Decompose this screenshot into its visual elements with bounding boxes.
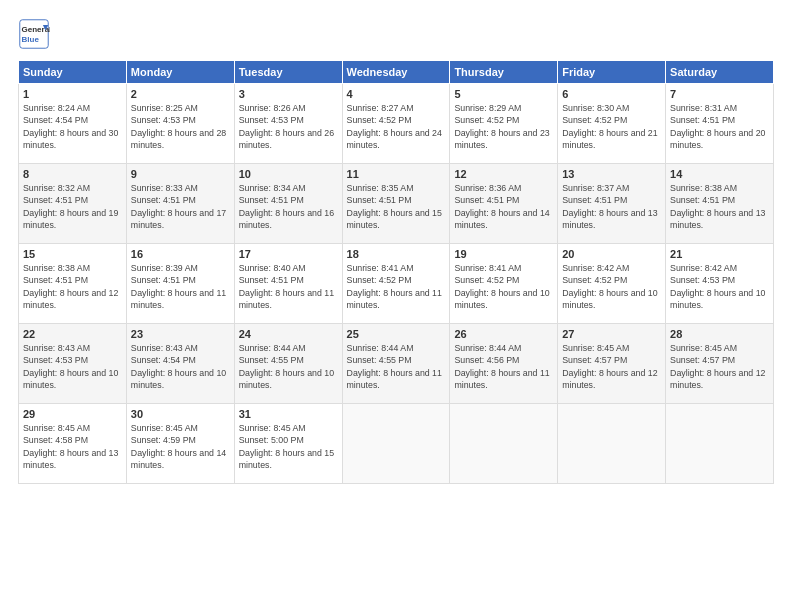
day-number: 30 bbox=[131, 408, 230, 420]
day-number: 2 bbox=[131, 88, 230, 100]
daylight-label: Daylight: 8 hours and 21 minutes. bbox=[562, 128, 657, 150]
sunset-text: Sunset: 5:00 PM bbox=[239, 435, 304, 445]
daylight-label: Daylight: 8 hours and 11 minutes. bbox=[347, 368, 442, 390]
daylight-label: Daylight: 8 hours and 12 minutes. bbox=[562, 368, 657, 390]
day-cell: 25Sunrise: 8:44 AMSunset: 4:55 PMDayligh… bbox=[342, 324, 450, 404]
sunset-text: Sunset: 4:56 PM bbox=[454, 355, 519, 365]
day-cell: 28Sunrise: 8:45 AMSunset: 4:57 PMDayligh… bbox=[666, 324, 774, 404]
day-info: Sunrise: 8:34 AMSunset: 4:51 PMDaylight:… bbox=[239, 182, 338, 231]
day-number: 15 bbox=[23, 248, 122, 260]
sunrise-text: Sunrise: 8:34 AM bbox=[239, 183, 306, 193]
sunrise-text: Sunrise: 8:45 AM bbox=[23, 423, 90, 433]
day-cell: 6Sunrise: 8:30 AMSunset: 4:52 PMDaylight… bbox=[558, 84, 666, 164]
sunrise-text: Sunrise: 8:26 AM bbox=[239, 103, 306, 113]
day-cell: 12Sunrise: 8:36 AMSunset: 4:51 PMDayligh… bbox=[450, 164, 558, 244]
sunset-text: Sunset: 4:52 PM bbox=[454, 115, 519, 125]
day-info: Sunrise: 8:40 AMSunset: 4:51 PMDaylight:… bbox=[239, 262, 338, 311]
sunrise-text: Sunrise: 8:33 AM bbox=[131, 183, 198, 193]
day-number: 11 bbox=[347, 168, 446, 180]
daylight-label: Daylight: 8 hours and 13 minutes. bbox=[23, 448, 118, 470]
day-cell: 24Sunrise: 8:44 AMSunset: 4:55 PMDayligh… bbox=[234, 324, 342, 404]
day-cell bbox=[666, 404, 774, 484]
day-number: 27 bbox=[562, 328, 661, 340]
day-cell: 11Sunrise: 8:35 AMSunset: 4:51 PMDayligh… bbox=[342, 164, 450, 244]
daylight-label: Daylight: 8 hours and 10 minutes. bbox=[23, 368, 118, 390]
daylight-label: Daylight: 8 hours and 14 minutes. bbox=[454, 208, 549, 230]
day-cell: 9Sunrise: 8:33 AMSunset: 4:51 PMDaylight… bbox=[126, 164, 234, 244]
daylight-label: Daylight: 8 hours and 10 minutes. bbox=[239, 368, 334, 390]
logo-icon: General Blue bbox=[18, 18, 50, 50]
day-info: Sunrise: 8:44 AMSunset: 4:55 PMDaylight:… bbox=[347, 342, 446, 391]
sunset-text: Sunset: 4:52 PM bbox=[454, 275, 519, 285]
day-cell: 14Sunrise: 8:38 AMSunset: 4:51 PMDayligh… bbox=[666, 164, 774, 244]
day-number: 5 bbox=[454, 88, 553, 100]
day-number: 18 bbox=[347, 248, 446, 260]
day-info: Sunrise: 8:43 AMSunset: 4:53 PMDaylight:… bbox=[23, 342, 122, 391]
sunset-text: Sunset: 4:54 PM bbox=[23, 115, 88, 125]
sunrise-text: Sunrise: 8:36 AM bbox=[454, 183, 521, 193]
sunset-text: Sunset: 4:53 PM bbox=[670, 275, 735, 285]
daylight-label: Daylight: 8 hours and 10 minutes. bbox=[670, 288, 765, 310]
day-info: Sunrise: 8:42 AMSunset: 4:53 PMDaylight:… bbox=[670, 262, 769, 311]
daylight-label: Daylight: 8 hours and 11 minutes. bbox=[239, 288, 334, 310]
day-info: Sunrise: 8:32 AMSunset: 4:51 PMDaylight:… bbox=[23, 182, 122, 231]
day-info: Sunrise: 8:27 AMSunset: 4:52 PMDaylight:… bbox=[347, 102, 446, 151]
header-cell-saturday: Saturday bbox=[666, 61, 774, 84]
daylight-label: Daylight: 8 hours and 11 minutes. bbox=[454, 368, 549, 390]
day-cell: 21Sunrise: 8:42 AMSunset: 4:53 PMDayligh… bbox=[666, 244, 774, 324]
day-number: 7 bbox=[670, 88, 769, 100]
day-cell: 29Sunrise: 8:45 AMSunset: 4:58 PMDayligh… bbox=[19, 404, 127, 484]
sunrise-text: Sunrise: 8:37 AM bbox=[562, 183, 629, 193]
day-cell: 10Sunrise: 8:34 AMSunset: 4:51 PMDayligh… bbox=[234, 164, 342, 244]
daylight-label: Daylight: 8 hours and 28 minutes. bbox=[131, 128, 226, 150]
sunrise-text: Sunrise: 8:43 AM bbox=[23, 343, 90, 353]
sunset-text: Sunset: 4:51 PM bbox=[239, 195, 304, 205]
page: General Blue SundayMondayTuesdayWednesda… bbox=[0, 0, 792, 612]
sunrise-text: Sunrise: 8:29 AM bbox=[454, 103, 521, 113]
day-number: 13 bbox=[562, 168, 661, 180]
sunset-text: Sunset: 4:53 PM bbox=[239, 115, 304, 125]
day-info: Sunrise: 8:45 AMSunset: 4:58 PMDaylight:… bbox=[23, 422, 122, 471]
day-info: Sunrise: 8:41 AMSunset: 4:52 PMDaylight:… bbox=[454, 262, 553, 311]
day-info: Sunrise: 8:29 AMSunset: 4:52 PMDaylight:… bbox=[454, 102, 553, 151]
sunset-text: Sunset: 4:51 PM bbox=[23, 275, 88, 285]
sunrise-text: Sunrise: 8:44 AM bbox=[239, 343, 306, 353]
day-cell: 26Sunrise: 8:44 AMSunset: 4:56 PMDayligh… bbox=[450, 324, 558, 404]
daylight-label: Daylight: 8 hours and 30 minutes. bbox=[23, 128, 118, 150]
day-info: Sunrise: 8:36 AMSunset: 4:51 PMDaylight:… bbox=[454, 182, 553, 231]
day-cell: 31Sunrise: 8:45 AMSunset: 5:00 PMDayligh… bbox=[234, 404, 342, 484]
day-cell bbox=[342, 404, 450, 484]
sunrise-text: Sunrise: 8:32 AM bbox=[23, 183, 90, 193]
day-cell: 2Sunrise: 8:25 AMSunset: 4:53 PMDaylight… bbox=[126, 84, 234, 164]
sunrise-text: Sunrise: 8:38 AM bbox=[670, 183, 737, 193]
daylight-label: Daylight: 8 hours and 10 minutes. bbox=[454, 288, 549, 310]
daylight-label: Daylight: 8 hours and 19 minutes. bbox=[23, 208, 118, 230]
sunset-text: Sunset: 4:52 PM bbox=[347, 115, 412, 125]
sunrise-text: Sunrise: 8:44 AM bbox=[454, 343, 521, 353]
day-cell: 15Sunrise: 8:38 AMSunset: 4:51 PMDayligh… bbox=[19, 244, 127, 324]
day-info: Sunrise: 8:45 AMSunset: 4:57 PMDaylight:… bbox=[562, 342, 661, 391]
week-row-2: 8Sunrise: 8:32 AMSunset: 4:51 PMDaylight… bbox=[19, 164, 774, 244]
sunset-text: Sunset: 4:51 PM bbox=[347, 195, 412, 205]
daylight-label: Daylight: 8 hours and 15 minutes. bbox=[347, 208, 442, 230]
day-number: 4 bbox=[347, 88, 446, 100]
daylight-label: Daylight: 8 hours and 14 minutes. bbox=[131, 448, 226, 470]
sunrise-text: Sunrise: 8:41 AM bbox=[347, 263, 414, 273]
daylight-label: Daylight: 8 hours and 13 minutes. bbox=[670, 208, 765, 230]
sunrise-text: Sunrise: 8:45 AM bbox=[239, 423, 306, 433]
sunrise-text: Sunrise: 8:35 AM bbox=[347, 183, 414, 193]
sunset-text: Sunset: 4:51 PM bbox=[131, 275, 196, 285]
sunrise-text: Sunrise: 8:44 AM bbox=[347, 343, 414, 353]
day-info: Sunrise: 8:39 AMSunset: 4:51 PMDaylight:… bbox=[131, 262, 230, 311]
header-cell-friday: Friday bbox=[558, 61, 666, 84]
day-info: Sunrise: 8:44 AMSunset: 4:56 PMDaylight:… bbox=[454, 342, 553, 391]
day-info: Sunrise: 8:31 AMSunset: 4:51 PMDaylight:… bbox=[670, 102, 769, 151]
daylight-label: Daylight: 8 hours and 23 minutes. bbox=[454, 128, 549, 150]
day-cell bbox=[558, 404, 666, 484]
daylight-label: Daylight: 8 hours and 11 minutes. bbox=[131, 288, 226, 310]
sunrise-text: Sunrise: 8:25 AM bbox=[131, 103, 198, 113]
day-number: 25 bbox=[347, 328, 446, 340]
week-row-5: 29Sunrise: 8:45 AMSunset: 4:58 PMDayligh… bbox=[19, 404, 774, 484]
day-number: 24 bbox=[239, 328, 338, 340]
header-cell-tuesday: Tuesday bbox=[234, 61, 342, 84]
